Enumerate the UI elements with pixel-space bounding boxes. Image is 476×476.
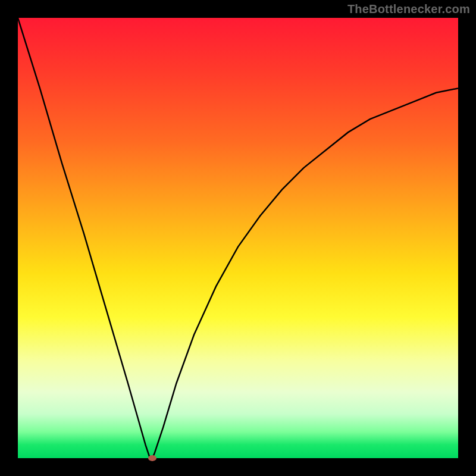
- curve-path: [18, 18, 458, 458]
- optimal-point-marker: [148, 455, 156, 461]
- plot-outer: [18, 18, 458, 458]
- chart-frame: TheBottlenecker.com: [0, 0, 476, 476]
- watermark-text: TheBottlenecker.com: [347, 2, 470, 16]
- bottleneck-curve: [18, 18, 458, 458]
- plot-area: [18, 18, 458, 458]
